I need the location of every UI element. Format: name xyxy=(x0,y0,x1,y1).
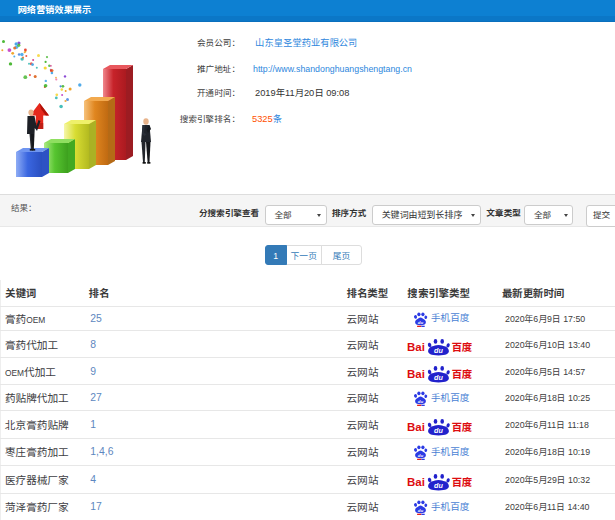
svg-text:du: du xyxy=(435,481,444,490)
svg-text:du: du xyxy=(435,346,444,355)
svg-text:du: du xyxy=(417,453,423,458)
svg-text:du: du xyxy=(435,426,444,435)
svg-text:du: du xyxy=(417,508,423,513)
svg-text:du: du xyxy=(435,373,444,382)
svg-text:du: du xyxy=(417,319,423,324)
svg-text:du: du xyxy=(417,399,423,404)
